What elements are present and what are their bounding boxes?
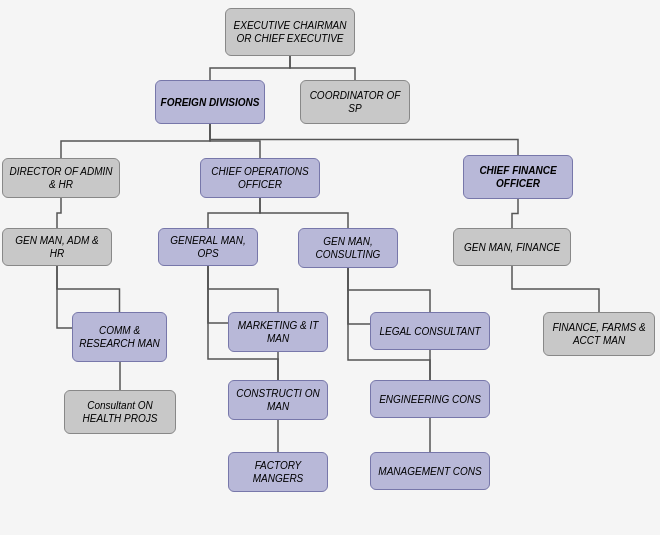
node-construction: CONSTRUCTI ON MAN [228,380,328,420]
node-eng_cons: ENGINEERING CONS [370,380,490,418]
org-chart: EXECUTIVE CHAIRMAN OR CHIEF EXECUTIVEFOR… [0,0,660,535]
node-dir_admin: DIRECTOR OF ADMIN & HR [2,158,120,198]
node-exec: EXECUTIVE CHAIRMAN OR CHIEF EXECUTIVE [225,8,355,56]
node-foreign: FOREIGN DIVISIONS [155,80,265,124]
node-gen_cons: GEN MAN, CONSULTING [298,228,398,268]
node-gen_ops: GENERAL MAN, OPS [158,228,258,266]
node-mgmt_cons: MANAGEMENT CONS [370,452,490,490]
node-marketing: MARKETING & IT MAN [228,312,328,352]
node-gen_adm: GEN MAN, ADM & HR [2,228,112,266]
node-coord: COORDINATOR OF SP [300,80,410,124]
node-legal: LEGAL CONSULTANT [370,312,490,350]
node-comm_res: COMM & RESEARCH MAN [72,312,167,362]
node-chief_ops: CHIEF OPERATIONS OFFICER [200,158,320,198]
node-fin_farms: FINANCE, FARMS & ACCT MAN [543,312,655,356]
node-gen_fin: GEN MAN, FINANCE [453,228,571,266]
node-health: Consultant ON HEALTH PROJS [64,390,176,434]
node-chief_fin: CHIEF FINANCE OFFICER [463,155,573,199]
node-factory: FACTORY MANGERS [228,452,328,492]
